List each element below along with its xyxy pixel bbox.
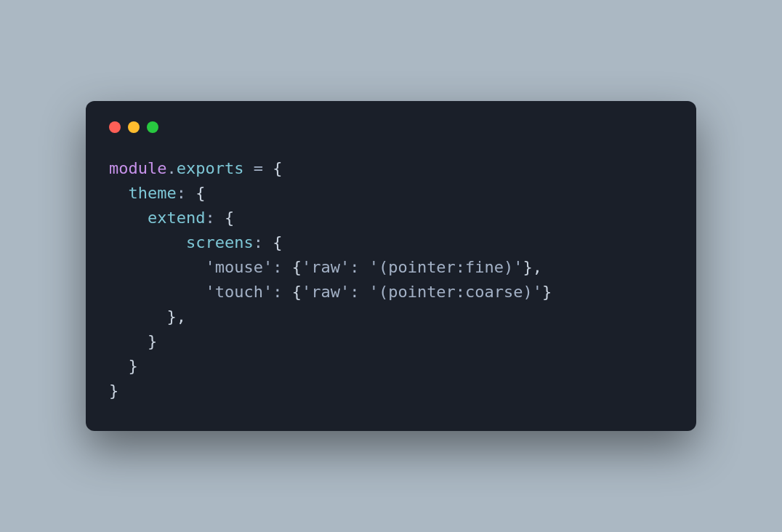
code-token: } [109,332,157,350]
code-token: { [282,258,302,276]
code-token: 'raw' [302,258,350,276]
code-token [359,283,368,301]
close-icon[interactable] [109,121,121,133]
code-token: exports [177,159,244,177]
code-token: '(pointer:fine)' [369,258,523,276]
code-token: : [350,283,359,301]
code-token [109,184,129,202]
maximize-icon[interactable] [147,121,158,133]
code-token: . [166,159,176,177]
code-token: theme [129,184,177,202]
code-token: }, [109,307,186,326]
code-token: extend [148,209,205,227]
code-token: { [215,209,235,227]
code-token [243,159,253,177]
code-token: } [109,382,118,400]
code-token: : [273,283,282,301]
code-window: module.exports = { theme: { extend: { sc… [86,101,696,432]
code-token [109,258,205,276]
code-token: 'touch' [205,283,273,301]
code-token: { [263,233,283,251]
code-token: } [542,283,552,301]
code-token: } [109,357,138,375]
code-token: 'mouse' [205,258,273,276]
window-titlebar [109,121,673,133]
code-token: 'raw' [302,283,350,301]
code-token: : [205,209,214,227]
code-token: }, [523,258,543,276]
code-token: { [282,283,302,301]
code-token: : [350,258,359,276]
code-block: module.exports = { theme: { extend: { sc… [109,156,673,404]
code-token: = [254,159,263,177]
code-token: screens [186,233,254,251]
code-token: : [273,258,282,276]
code-token: { [186,184,206,202]
code-token [109,209,148,227]
code-token [109,233,186,251]
code-token [109,283,205,301]
code-token: : [254,233,263,251]
code-token: : [177,184,186,202]
code-token: '(pointer:coarse)' [369,283,542,301]
code-token: module [109,159,166,177]
code-token [359,258,368,276]
minimize-icon[interactable] [128,121,140,133]
code-token: { [263,159,283,177]
